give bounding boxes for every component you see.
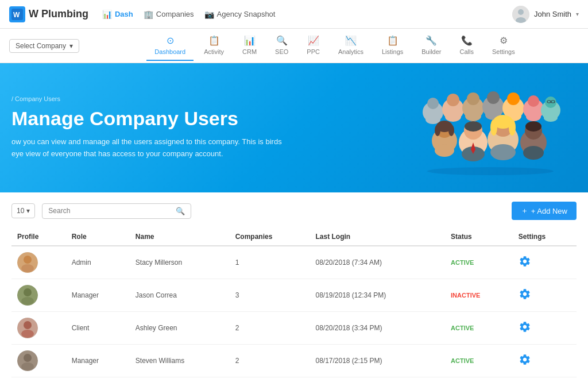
tab-listings[interactable]: 📋 Listings (374, 30, 411, 61)
status-badge: INACTIVE (451, 292, 480, 299)
svg-point-31 (435, 144, 454, 157)
cell-role: Manager (66, 345, 130, 377)
dashboard-icon: ⊙ (167, 35, 174, 46)
svg-point-48 (523, 146, 544, 160)
chevron-down-icon: ▾ (69, 42, 73, 50)
nav-link-agency-snapshot[interactable]: 📷 Agency Snapshot (204, 10, 276, 19)
tab-activity[interactable]: 📋 Activity (196, 30, 232, 61)
add-icon: ＋ (521, 206, 528, 216)
status-badge: ACTIVE (451, 259, 474, 266)
calls-icon: 📞 (461, 35, 473, 46)
svg-point-13 (465, 111, 481, 121)
settings-gear-icon[interactable] (519, 257, 531, 270)
table-header: Profile Role Name Companies Last Login S… (11, 228, 577, 246)
cell-role: Admin (66, 246, 130, 279)
nav-tabs: ⊙ Dashboard 📋 Activity 📊 CRM 🔍 SEO 📈 PPC… (91, 30, 579, 61)
settings-gear-icon[interactable] (519, 356, 531, 368)
col-status: Status (445, 228, 513, 246)
tab-ppc[interactable]: 📈 PPC (299, 30, 328, 61)
settings-gear-icon[interactable] (519, 290, 531, 303)
svg-point-22 (526, 112, 541, 121)
nav-link-dash[interactable]: 📊 Dash (102, 10, 133, 19)
svg-point-42 (490, 144, 516, 160)
cell-profile (11, 345, 66, 377)
cell-settings[interactable] (513, 279, 577, 312)
svg-point-25 (544, 114, 558, 122)
cell-settings[interactable] (513, 312, 577, 345)
cell-companies: 2 (230, 312, 310, 345)
tab-crm[interactable]: 📊 CRM (234, 30, 265, 61)
add-new-button[interactable]: ＋ + Add New (512, 202, 577, 220)
svg-point-58 (24, 321, 32, 329)
avatar (17, 318, 38, 338)
svg-point-55 (24, 288, 32, 296)
user-name: John Smith (534, 10, 571, 18)
tab-analytics[interactable]: 📉 Analytics (330, 30, 372, 61)
cell-last-login: 08/20/2018 (7:34 AM) (310, 246, 445, 279)
table-row: Manager Jason Correa 3 08/19/2018 (12:34… (11, 279, 577, 312)
avatar (17, 350, 38, 371)
avatar (17, 285, 38, 306)
cell-status: INACTIVE (445, 279, 513, 312)
search-input[interactable] (48, 207, 172, 215)
seo-icon: 🔍 (276, 35, 288, 46)
user-menu[interactable]: John Smith ▾ (512, 6, 579, 23)
tab-dashboard[interactable]: ⊙ Dashboard (146, 30, 194, 61)
svg-text:W: W (13, 11, 20, 19)
cell-companies: 2 (230, 345, 310, 377)
cell-status: ACTIVE (445, 246, 513, 279)
users-table: Profile Role Name Companies Last Login S… (11, 228, 577, 377)
cell-companies: 1 (230, 246, 310, 279)
table-row: Admin Stacy Millerson 1 08/20/2018 (7:34… (11, 246, 577, 279)
cell-settings[interactable] (513, 246, 577, 279)
breadcrumb: / Company Users (11, 95, 410, 102)
crm-icon: 📊 (244, 35, 256, 46)
cell-last-login: 08/19/2018 (12:34 PM) (310, 279, 445, 312)
second-navigation: Select Company ▾ ⊙ Dashboard 📋 Activity … (0, 29, 588, 63)
svg-point-49 (525, 121, 541, 132)
search-box: 🔍 (42, 203, 191, 219)
svg-point-45 (509, 119, 516, 136)
table-row: Client Ashley Green 2 08/20/2018 (3:34 P… (11, 312, 577, 345)
svg-point-6 (427, 98, 439, 109)
search-icon: 🔍 (176, 207, 185, 215)
tab-seo[interactable]: 🔍 SEO (267, 30, 296, 61)
company-select[interactable]: Select Company ▾ (9, 39, 79, 53)
nav-link-companies[interactable]: 🏢 Companies (144, 10, 194, 19)
settings-icon: ⚙ (500, 35, 508, 46)
svg-point-33 (435, 125, 440, 136)
svg-point-53 (21, 264, 34, 272)
avatar (17, 252, 38, 273)
svg-point-44 (490, 119, 497, 136)
analytics-icon: 📉 (345, 35, 357, 46)
hero-banner: / Company Users Manage Company Users ow … (0, 63, 588, 192)
companies-icon: 🏢 (144, 10, 153, 19)
cell-name: Steven Williams (130, 345, 230, 377)
activity-icon: 📋 (208, 35, 220, 46)
cell-settings[interactable] (513, 345, 577, 377)
cell-role: Manager (66, 279, 130, 312)
cell-role: Client (66, 312, 130, 345)
tab-calls[interactable]: 📞 Calls (452, 30, 482, 61)
brand-logo: W W Plumbing (9, 6, 88, 22)
svg-point-52 (24, 256, 32, 264)
page-title: Manage Company Users (11, 108, 410, 129)
cell-name: Ashley Green (130, 312, 230, 345)
cell-companies: 3 (230, 279, 310, 312)
svg-point-39 (465, 121, 482, 132)
brand-icon: W (9, 6, 25, 22)
hero-description: ow you can view and manage all the users… (11, 136, 287, 160)
tab-settings[interactable]: ⚙ Settings (484, 30, 523, 61)
per-page-select[interactable]: 10 ▾ (11, 203, 35, 218)
svg-point-59 (21, 330, 34, 338)
cell-profile (11, 246, 66, 279)
table-row: Manager Steven Williams 2 08/17/2018 (2:… (11, 345, 577, 377)
settings-gear-icon[interactable] (519, 323, 531, 335)
listings-icon: 📋 (387, 35, 399, 46)
cell-name: Stacy Millerson (130, 246, 230, 279)
svg-point-62 (21, 362, 34, 370)
svg-point-18 (507, 92, 520, 105)
tab-builder[interactable]: 🔧 Builder (413, 30, 449, 61)
col-role: Role (66, 228, 130, 246)
svg-point-50 (427, 167, 554, 175)
